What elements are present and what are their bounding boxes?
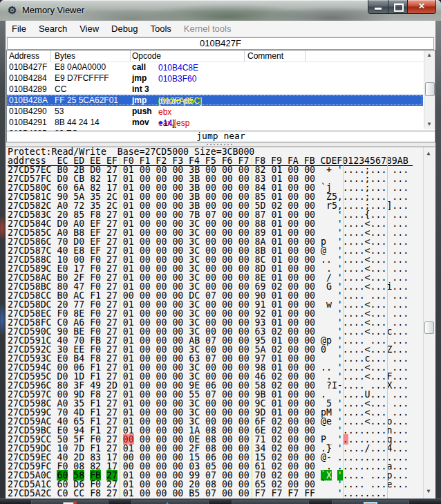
menu-item-search[interactable]: Search <box>32 21 73 37</box>
client-area: FileSearchViewDebugToolsKernel tools 010… <box>6 21 435 504</box>
column-separator <box>244 50 245 62</box>
column-header-opcode: Opcode <box>132 51 161 61</box>
instruction-info-bar: jump near <box>6 131 435 142</box>
scroll-up-icon[interactable]: ▲ <box>424 149 433 158</box>
hex-scrollbar[interactable]: ▲ ▼ <box>423 147 434 504</box>
scroll-up-icon[interactable]: ▲ <box>424 50 434 60</box>
hex-gridline <box>252 156 252 504</box>
disassembly-panel: Address Bytes Opcode Comment 010B427FE8 … <box>6 50 435 131</box>
hex-gridline <box>343 156 344 504</box>
taskbar <box>0 498 441 504</box>
maximize-icon <box>394 3 404 12</box>
column-header-bytes: Bytes <box>55 51 75 61</box>
minimize-button[interactable] <box>368 0 388 14</box>
menu-item-kernel-tools: Kernel tools <box>178 21 238 37</box>
caption-buttons: ✕ <box>368 0 436 13</box>
disassembly-row[interactable]: 010B429053pushebx <box>7 106 423 117</box>
taskbar-button[interactable] <box>232 500 309 504</box>
splitter-grip-icon <box>207 144 234 145</box>
address-input[interactable]: 010B427F <box>7 37 434 50</box>
taskbar-button[interactable] <box>332 500 409 504</box>
hex-gridline <box>120 156 120 504</box>
column-separator <box>305 50 306 62</box>
menu-bar: FileSearchViewDebugToolsKernel tools <box>6 21 435 37</box>
title-bar[interactable]: ⚙ Memory Viewer ✕ <box>0 0 441 21</box>
scrollbar-thumb[interactable] <box>424 321 434 334</box>
hex-gridline <box>387 156 388 504</box>
cheat-engine-gear-icon: ⚙ <box>8 4 17 17</box>
hex-rows: 27CD57EC B0 2B D0 27 01 00 00 00 3B 00 0… <box>6 147 435 504</box>
close-icon: ✕ <box>408 1 435 11</box>
hex-view-panel: Protect:Read/Write Base=27CD5000 Size=3C… <box>6 147 435 504</box>
maximize-button[interactable] <box>388 0 407 14</box>
disassembly-rows: 010B427FE8 0A0A0000call010B4C8E010B4284E… <box>7 62 423 131</box>
close-button[interactable]: ✕ <box>407 0 436 14</box>
taskbar-button[interactable] <box>31 500 109 504</box>
disassembly-row[interactable]: 010B427FE8 0A0A0000call010B4C8E <box>7 62 423 73</box>
menu-item-tools[interactable]: Tools <box>144 21 177 37</box>
menu-item-view[interactable]: View <box>73 21 105 37</box>
column-header-comment: Comment <box>247 51 283 61</box>
menu-item-debug[interactable]: Debug <box>105 21 144 37</box>
disassembly-row[interactable]: 010B428AFF 25 5CA62F01jmpdword ptr [012F… <box>7 95 423 106</box>
minimize-icon <box>375 8 382 10</box>
disassembly-header: Address Bytes Opcode Comment <box>7 50 435 62</box>
disassembly-scrollbar[interactable]: ▲ ▼ <box>424 50 435 129</box>
taskbar-button[interactable] <box>131 500 209 504</box>
hex-row[interactable]: 27CD5A2C C0 CC F8 27 01 00 00 00 B5 07 0… <box>8 489 409 498</box>
disassembly-row[interactable]: 010B42918B 44 24 14moveax,[esp+14] <box>7 117 423 128</box>
menu-item-file[interactable]: File <box>6 21 32 37</box>
scroll-down-icon[interactable]: ▼ <box>424 120 434 129</box>
window-title: Memory Viewer <box>22 5 84 15</box>
column-separator <box>130 50 131 62</box>
disassembly-row[interactable]: 010B4284E9 D7FCFFFFjmp010B3F60 <box>7 73 423 84</box>
scroll-down-icon[interactable]: ▼ <box>424 487 433 496</box>
disassembly-row[interactable]: 010B4289CCint 3 <box>7 84 423 95</box>
window-border-left <box>0 21 6 504</box>
scrollbar-thumb[interactable] <box>425 82 435 96</box>
window-border-right <box>435 21 441 504</box>
column-header-address: Address <box>9 51 39 61</box>
column-separator <box>50 50 51 62</box>
